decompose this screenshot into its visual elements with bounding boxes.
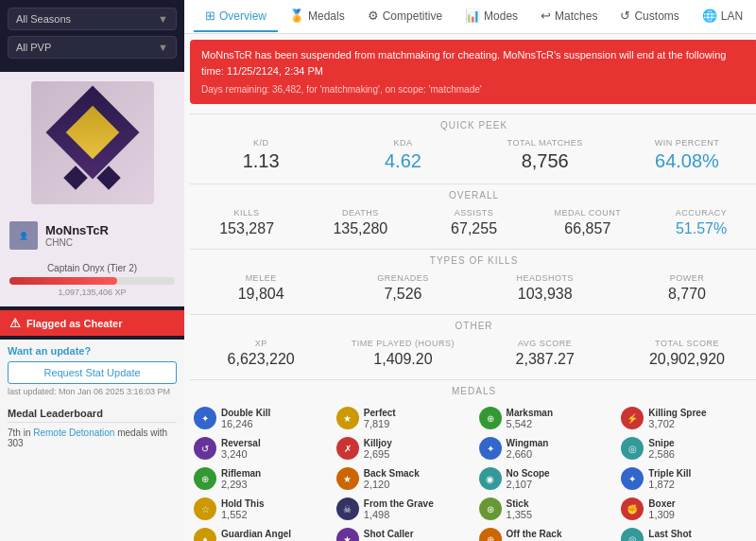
modes-icon: 📊 <box>465 9 480 23</box>
medal-item: ★Shot Caller1,056 <box>333 525 473 541</box>
medal-item: ☆Hold This1,552 <box>190 495 331 523</box>
medal-icon: ⊕ <box>479 528 502 541</box>
stat-total-score: TOTAL SCORE 20,902,920 <box>616 339 756 368</box>
medal-count: 5,542 <box>507 418 612 429</box>
medal-info: Snipe2,586 <box>648 438 754 460</box>
medal-info: Stick1,355 <box>507 498 612 520</box>
medal-name: Wingman <box>507 438 612 448</box>
player-clan: CHNC <box>45 237 109 248</box>
medals-grid: ✦Double Kill16,246★Perfect7,819⊕Marksman… <box>190 400 756 541</box>
stat-time-played: TIME PLAYED (HOURS) 1,409.20 <box>332 339 473 368</box>
ban-days-remaining: Days remaining: 36,482, for 'matchmaking… <box>201 82 747 96</box>
medal-item: ☠From the Grave1,498 <box>333 495 473 523</box>
total-matches-label: TOTAL MATCHES <box>478 138 612 148</box>
types-kills-grid: MELEE 19,804 GRENADES 7,526 HEADSHOTS 10… <box>190 270 756 310</box>
medal-info: Last Shot700 <box>648 529 754 542</box>
medal-icon: ⊛ <box>479 497 502 520</box>
medal-name: Double Kill <box>221 408 327 418</box>
medal-lb-link[interactable]: Remote Detonation <box>33 428 114 438</box>
medal-count: 1,498 <box>364 509 470 520</box>
top-nav: ⊞ Overview 🏅 Medals ⚙ Competitive 📊 Mode… <box>184 0 756 34</box>
tab-matches[interactable]: ↩ Matches <box>529 1 609 32</box>
stat-medal-count: MEDAL COUNT 66,857 <box>531 208 644 237</box>
avatar-section <box>0 72 184 214</box>
tab-competitive[interactable]: ⚙ Competitive <box>356 1 454 32</box>
medal-count: 3,702 <box>648 418 754 429</box>
avatar-background <box>31 81 154 204</box>
time-played-label: TIME PLAYED (HOURS) <box>335 339 470 348</box>
medal-info: Triple Kill1,872 <box>648 468 754 490</box>
tab-modes[interactable]: 📊 Modes <box>454 1 529 32</box>
kills-value: 153,287 <box>194 220 300 237</box>
avg-score-label: AVG SCORE <box>478 339 612 348</box>
matches-icon: ↩ <box>541 9 551 23</box>
medal-lb-entry: 7th in Remote Detonation medals with 303 <box>8 428 177 448</box>
medal-count: 2,120 <box>364 479 470 490</box>
kills-label: KILLS <box>194 208 300 218</box>
season-dropdown[interactable]: All Seasons ▼ <box>8 8 177 30</box>
medal-item: ⊕Marksman5,542 <box>475 404 616 432</box>
medal-count: 7,819 <box>364 418 470 429</box>
medal-name: Reversal <box>221 438 327 448</box>
medal-count: 2,293 <box>221 479 327 490</box>
win-percent-label: WIN PERCENT <box>620 138 754 148</box>
medal-name: Triple Kill <box>648 468 754 479</box>
tab-medals[interactable]: 🏅 Medals <box>278 1 356 32</box>
medal-info: Killjoy2,695 <box>364 438 470 460</box>
assists-label: ASSISTS <box>421 208 526 218</box>
accuracy-label: ACCURACY <box>648 208 754 218</box>
stat-accuracy: ACCURACY 51.57% <box>644 208 756 237</box>
sidebar-dropdowns: All Seasons ▼ All PVP ▼ <box>0 0 184 72</box>
update-section: Want an update? Request Stat Update last… <box>0 340 184 402</box>
medal-icon: ✦ <box>194 407 216 429</box>
medal-info: Wingman2,660 <box>507 438 612 460</box>
tab-modes-label: Modes <box>484 9 518 23</box>
lan-icon: 🌐 <box>702 9 717 23</box>
rank-bar <box>9 277 117 285</box>
player-icon: 👤 <box>9 221 38 250</box>
medal-info: From the Grave1,498 <box>364 498 470 520</box>
avatar-diamond-outer <box>45 86 139 180</box>
medal-count: 1,355 <box>507 509 612 520</box>
tab-overview[interactable]: ⊞ Overview <box>194 1 278 32</box>
tab-lan[interactable]: 🌐 LAN <box>691 1 754 32</box>
sidebar: All Seasons ▼ All PVP ▼ <box>0 0 184 541</box>
player-name: MoNnsTcR <box>45 223 109 237</box>
flagged-banner: ⚠ Flagged as Cheater <box>0 310 184 336</box>
other-grid: XP 6,623,220 TIME PLAYED (HOURS) 1,409.2… <box>190 335 756 375</box>
medal-icon: ☆ <box>194 497 216 520</box>
total-matches-value: 8,756 <box>478 150 612 172</box>
medal-count: 16,246 <box>221 418 327 429</box>
medal-item: ✦Triple Kill1,872 <box>617 464 756 493</box>
medal-info: Off the Rack832 <box>507 529 612 542</box>
pvp-dropdown-label: All PVP <box>16 42 51 53</box>
request-stat-update-button[interactable]: Request Stat Update <box>8 361 177 384</box>
main-content: ⊞ Overview 🏅 Medals ⚙ Competitive 📊 Mode… <box>184 0 756 541</box>
medal-icon: ✦ <box>621 467 644 490</box>
customs-icon: ↺ <box>620 9 630 23</box>
avg-score-value: 2,387.27 <box>478 351 612 368</box>
quick-peek-header: QUICK PEEK <box>190 113 756 134</box>
medal-item: ↺Reversal3,240 <box>190 434 331 462</box>
medal-name: Back Smack <box>364 468 470 479</box>
stat-kda: KDA 4.62 <box>332 138 473 172</box>
overall-grid: KILLS 153,287 DEATHS 135,280 ASSISTS 67,… <box>190 204 756 245</box>
tab-competitive-label: Competitive <box>383 9 442 23</box>
rank-section: Captain Onyx (Tier 2) 1,097,135,406 XP <box>0 257 184 306</box>
medal-icon: ♦ <box>194 528 216 541</box>
ban-notice: MoNnsTcR has been suspended from matchma… <box>190 40 756 104</box>
medal-name: Perfect <box>364 408 470 418</box>
grenades-value: 7,526 <box>335 286 470 303</box>
total-score-label: TOTAL SCORE <box>620 339 754 348</box>
medal-info: Double Kill16,246 <box>221 408 327 429</box>
medal-name: Stick <box>507 498 612 509</box>
tab-customs[interactable]: ↺ Customs <box>609 1 690 32</box>
tab-medals-label: Medals <box>308 9 345 23</box>
pvp-dropdown[interactable]: All PVP ▼ <box>8 36 177 59</box>
stat-kd: K/D 1.13 <box>190 138 332 172</box>
types-kills-header: TYPES OF KILLS <box>190 249 756 270</box>
medal-info: Hold This1,552 <box>221 498 327 520</box>
stats-area: QUICK PEEK K/D 1.13 KDA 4.62 TOTAL MATCH… <box>184 110 756 541</box>
medal-count: 1,309 <box>648 509 754 520</box>
medal-item: ◎Last Shot700 <box>617 525 756 541</box>
